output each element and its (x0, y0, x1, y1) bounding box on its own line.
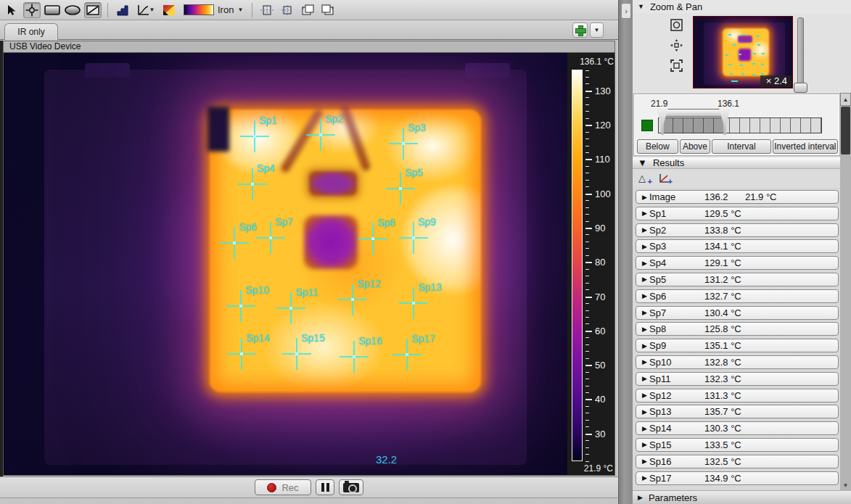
range-track[interactable] (658, 117, 822, 133)
result-label: Sp8 (646, 323, 704, 334)
result-row-sp12[interactable]: ▶Sp12131.3 °C (636, 389, 839, 402)
panel-scrollbar[interactable]: ▲ ▼ (840, 93, 851, 491)
tab-ir-only[interactable]: IR only (4, 23, 58, 40)
result-row-image[interactable]: ▶Image136.221.9 °C (636, 190, 839, 204)
scale-minor-tick (585, 276, 589, 276)
tab-bar: IR only ▼ (0, 20, 618, 40)
spot-tool-icon[interactable] (23, 2, 41, 18)
pause-button[interactable] (316, 479, 334, 495)
layout-pip-icon[interactable] (258, 2, 276, 18)
pause-icon (321, 483, 324, 492)
zoom-factor-label: × 2.4 (760, 75, 792, 87)
scale-minor-tick (585, 97, 589, 98)
interval-button[interactable]: Interval (712, 139, 770, 154)
panel-splitter[interactable]: › (618, 0, 633, 504)
layout-pane-left-icon[interactable] (299, 2, 316, 18)
pan-icon[interactable] (670, 39, 683, 51)
zoom-slider-track[interactable] (797, 17, 804, 86)
video-source-title: USB Video Device (3, 41, 615, 52)
expand-triangle-icon[interactable]: ▶ (636, 292, 646, 299)
result-row-sp11[interactable]: ▶Sp11132.3 °C (636, 372, 839, 386)
below-button[interactable]: Below (637, 139, 678, 154)
zoom-slider-handle[interactable] (794, 83, 807, 93)
overview-thumbnail[interactable]: × 2.4 (693, 16, 793, 88)
result-row-sp7[interactable]: ▶Sp7130.4 °C (636, 306, 839, 320)
result-row-sp13[interactable]: ▶Sp13135.7 °C (636, 405, 839, 418)
range-handle-connector[interactable] (662, 109, 726, 117)
palette-split-tool-icon[interactable] (160, 2, 178, 18)
expand-triangle-icon[interactable]: ▶ (636, 408, 646, 416)
scale-minor-tick (585, 358, 589, 359)
zoom-region-icon[interactable] (670, 19, 683, 31)
pointer-tool-icon[interactable] (3, 2, 20, 18)
layout-pane-right-icon[interactable] (319, 2, 337, 18)
result-row-sp15[interactable]: ▶Sp15133.5 °C (636, 438, 839, 452)
expand-triangle-icon[interactable]: ▶ (636, 392, 646, 399)
fit-screen-icon[interactable] (670, 59, 683, 72)
spot-label-sp2: Sp2 (325, 113, 343, 125)
collapse-panel-button[interactable]: › (621, 3, 631, 19)
snapshot-button[interactable] (339, 479, 363, 495)
expand-triangle-icon[interactable]: ▶ (636, 441, 646, 448)
expand-triangle-icon[interactable]: ▶ (636, 276, 646, 283)
add-plot-icon[interactable]: + (659, 173, 672, 184)
add-shape-measure-icon[interactable]: △+ (638, 173, 651, 184)
tab-list-dropdown[interactable]: ▼ (590, 22, 604, 38)
expand-triangle-icon[interactable]: ▶ (636, 358, 646, 365)
collapse-triangle-icon: ▼ (638, 3, 644, 10)
result-row-sp10[interactable]: ▶Sp10132.8 °C (636, 355, 839, 369)
result-row-sp5[interactable]: ▶Sp5131.2 °C (636, 273, 839, 286)
expand-triangle-icon[interactable]: ▶ (636, 425, 646, 432)
expand-triangle-icon[interactable]: ▶ (636, 260, 646, 267)
result-row-sp16[interactable]: ▶Sp16132.5 °C (636, 455, 839, 468)
expand-triangle-icon[interactable]: ▶ (636, 226, 646, 234)
scrollbar-thumb[interactable] (841, 107, 850, 154)
palette-dropdown[interactable]: Iron ▼ (181, 2, 246, 18)
expand-triangle-icon[interactable]: ▶ (636, 210, 646, 217)
result-row-sp8[interactable]: ▶Sp8125.8 °C (636, 322, 839, 336)
expand-triangle-icon[interactable]: ▶ (636, 309, 646, 316)
result-row-sp14[interactable]: ▶Sp14130.3 °C (636, 421, 839, 435)
result-row-sp6[interactable]: ▶Sp6132.7 °C (636, 289, 839, 303)
results-header[interactable]: ▼ Results (633, 157, 840, 169)
result-row-sp17[interactable]: ▶Sp17134.9 °C (636, 471, 839, 485)
scale-minor-tick (585, 77, 589, 78)
record-button[interactable]: Rec (255, 479, 311, 495)
expand-triangle-icon[interactable]: ▶ (636, 375, 646, 382)
rect-tool-icon[interactable] (44, 2, 61, 18)
result-row-sp2[interactable]: ▶Sp2133.8 °C (636, 223, 839, 237)
scale-major-tick (585, 194, 592, 195)
thermal-cool-core (304, 215, 358, 269)
thermal-image[interactable]: 32.2 Sp1Sp2Sp3Sp4Sp5Sp6Sp7Sp8Sp9Sp10Sp11… (4, 53, 567, 476)
pause-icon (326, 483, 329, 492)
result-row-sp3[interactable]: ▶Sp3134.1 °C (636, 239, 839, 253)
ellipse-tool-icon[interactable] (64, 2, 81, 18)
expand-triangle-icon[interactable]: ▶ (636, 458, 646, 465)
isotherm-color-swatch[interactable] (641, 120, 653, 131)
parameters-header[interactable]: ▶ Parameters (633, 490, 851, 504)
result-label: Sp12 (646, 390, 704, 401)
scroll-down-button[interactable]: ▼ (840, 480, 851, 492)
scale-minor-tick (585, 283, 589, 284)
zoom-pan-header[interactable]: ▼ Zoom & Pan (633, 0, 851, 13)
inverted-interval-button[interactable]: Inverted interval (773, 139, 838, 154)
result-row-sp9[interactable]: ▶Sp9135.1 °C (636, 339, 839, 352)
expand-triangle-icon[interactable]: ▶ (636, 342, 646, 350)
scale-minor-tick (585, 132, 589, 133)
expand-triangle-icon[interactable]: ▶ (636, 243, 646, 250)
spot-label-sp4: Sp4 (257, 162, 275, 174)
result-row-sp4[interactable]: ▶Sp4129.1 °C (636, 256, 839, 270)
ir-image-view[interactable]: 32.2 Sp1Sp2Sp3Sp4Sp5Sp6Sp7Sp8Sp9Sp10Sp11… (3, 52, 615, 476)
result-row-sp1[interactable]: ▶Sp1129.5 °C (636, 207, 839, 220)
histogram-tool-icon[interactable] (114, 2, 131, 18)
expand-triangle-icon[interactable]: ▶ (636, 474, 646, 482)
expand-triangle-icon[interactable]: ▶ (636, 326, 646, 333)
above-button[interactable]: Above (680, 139, 711, 154)
expand-triangle-icon[interactable]: ▶ (636, 194, 646, 201)
profile-tool-icon[interactable]: ▼ (134, 2, 157, 18)
layout-fusion-icon[interactable] (279, 2, 296, 18)
add-tab-button[interactable] (572, 22, 588, 38)
scale-minor-tick (585, 200, 589, 201)
line-tool-icon[interactable] (84, 2, 102, 18)
scroll-up-button[interactable]: ▲ (840, 93, 851, 106)
